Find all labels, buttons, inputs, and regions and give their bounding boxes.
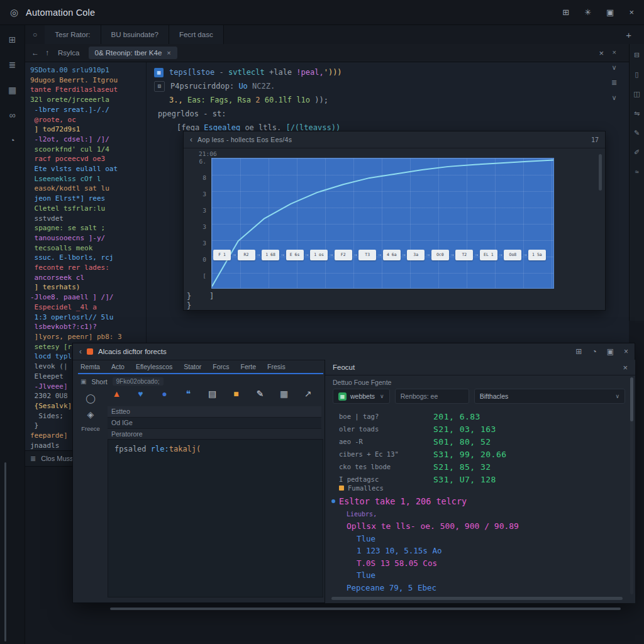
chevron-down-icon[interactable]: ∨ bbox=[612, 64, 617, 71]
document-icon[interactable]: ▤ bbox=[205, 386, 219, 401]
timeline-node[interactable]: 1 5a bbox=[528, 250, 546, 260]
link-icon[interactable]: ∞ bbox=[9, 111, 16, 119]
arrow-icon bbox=[231, 252, 236, 257]
sidebar-code-line: Lseeneklss cOf l bbox=[30, 174, 141, 184]
subrow-value[interactable]: 9Fko02obcado; bbox=[113, 377, 164, 386]
menu-item[interactable]: Ferte bbox=[241, 363, 257, 370]
back-icon[interactable]: ← bbox=[31, 49, 39, 57]
grid-icon[interactable]: ⊞ bbox=[9, 35, 16, 44]
chevron-down-icon[interactable]: ∨ bbox=[612, 94, 617, 101]
sidebar-code-line: Cletel tsfrlar:lu bbox=[30, 204, 141, 214]
new-tab-button[interactable]: + bbox=[626, 30, 631, 40]
chat-icon[interactable]: ❝ bbox=[181, 386, 196, 401]
close-icon[interactable]: × bbox=[612, 49, 616, 56]
timeline-node[interactable]: F 1 bbox=[213, 250, 231, 260]
menu-item[interactable]: Efleylesscos bbox=[136, 363, 172, 370]
dataset-select[interactable]: webbets ∨ bbox=[333, 389, 390, 404]
sparkle-icon[interactable]: ✳ bbox=[584, 8, 591, 16]
history-icon[interactable]: ◔ bbox=[9, 136, 14, 145]
pen-icon[interactable]: ✐ bbox=[634, 149, 640, 156]
back-chevron-icon[interactable]: ‹ bbox=[79, 348, 82, 355]
grid-icon[interactable]: ⊞ bbox=[562, 8, 569, 16]
close-icon[interactable]: × bbox=[624, 348, 628, 355]
swap-icon[interactable]: ⇋ bbox=[634, 110, 640, 117]
breadcrumb[interactable]: Rsylca bbox=[58, 49, 80, 57]
back-chevron-icon[interactable]: ‹ bbox=[190, 136, 192, 143]
tab[interactable]: BU bsuindate? bbox=[101, 25, 169, 44]
close-icon[interactable]: × bbox=[599, 49, 604, 57]
results-hscrollbar[interactable] bbox=[331, 597, 623, 600]
list-row[interactable]: Od IGe bbox=[108, 418, 321, 429]
bottom-scrollbar[interactable] bbox=[110, 608, 621, 610]
close-icon[interactable]: × bbox=[629, 8, 634, 16]
output-line: Esltor take 1, 206 telcry bbox=[339, 496, 620, 508]
share-icon[interactable]: ↗ bbox=[301, 386, 315, 401]
timeline-node[interactable]: Oc0 bbox=[431, 250, 449, 260]
metric-row: I pedtagsc S31, U7, 128 bbox=[339, 473, 610, 486]
timeline-node[interactable]: 3a bbox=[407, 250, 425, 260]
y-axis-tick: 0 bbox=[190, 256, 206, 272]
tab[interactable]: Tesr Rator: bbox=[45, 25, 101, 44]
arrow-icon bbox=[280, 252, 285, 257]
table-icon[interactable]: ▦ bbox=[8, 86, 16, 94]
heart-icon[interactable]: ♥ bbox=[133, 386, 148, 401]
panel-icon[interactable]: ⊟ bbox=[634, 52, 640, 58]
timeline-node[interactable]: T2 bbox=[455, 250, 473, 260]
menu-item[interactable]: Forcs bbox=[213, 363, 229, 370]
category-select[interactable]: Bifthacles ∨ bbox=[474, 389, 625, 404]
menu-item[interactable]: Remta bbox=[80, 363, 100, 370]
printer-icon[interactable]: ▦ bbox=[277, 386, 291, 401]
menu-item[interactable]: Acto bbox=[111, 363, 125, 370]
left-scrollbar[interactable] bbox=[4, 462, 6, 641]
arrow-icon bbox=[401, 252, 406, 257]
chart-scrollbar[interactable] bbox=[599, 154, 602, 191]
close-icon[interactable]: × bbox=[167, 50, 170, 57]
panel-icon[interactable]: ▣ bbox=[607, 348, 614, 355]
grid-icon[interactable]: ⊞ bbox=[575, 348, 582, 355]
results-vscrollbar-thumb[interactable] bbox=[630, 377, 633, 421]
record-icon[interactable]: ◯ bbox=[86, 394, 96, 402]
tab-list: Tesr Rator:BU bsuindate?Fecrt dasc bbox=[45, 25, 223, 44]
timeline-node[interactable]: E 6s bbox=[286, 250, 304, 260]
wave-icon[interactable]: ≈ bbox=[635, 169, 638, 175]
close-icon[interactable]: × bbox=[623, 364, 628, 372]
timeline-node[interactable]: 4 6a bbox=[383, 250, 401, 260]
panel-icon[interactable]: ▣ bbox=[606, 8, 614, 16]
menu-item[interactable]: Stator bbox=[184, 363, 201, 370]
timeline-node[interactable]: Oo8 bbox=[504, 250, 521, 260]
globe-icon[interactable]: ● bbox=[157, 386, 172, 401]
results-vscrollbar[interactable] bbox=[630, 377, 633, 594]
folder-icon[interactable]: ■ bbox=[229, 386, 243, 401]
timeline-node-item: E 6s bbox=[286, 250, 310, 260]
editor[interactable]: teps[lstoe - svtleclt +lale !peal,'))) P… bbox=[146, 62, 629, 343]
lock-icon[interactable]: ▯ bbox=[635, 71, 638, 78]
timeline-node[interactable]: 1 os bbox=[310, 250, 328, 260]
timeline-node[interactable]: EL 1 bbox=[480, 250, 497, 260]
split-icon[interactable]: ◫ bbox=[633, 91, 640, 97]
timeline-node[interactable]: T3 bbox=[358, 250, 376, 260]
filter-input[interactable]: Renbogs: ee bbox=[395, 389, 469, 404]
clock-icon[interactable]: ◔ bbox=[592, 348, 596, 355]
sidebar-code-line: ssuc. E-lborls, rcj bbox=[30, 253, 141, 263]
arrow-icon bbox=[474, 252, 479, 257]
tab[interactable]: Fecrt dasc bbox=[169, 25, 224, 44]
tool-code-area[interactable]: fpsaled rle:takalj( bbox=[108, 439, 323, 597]
subrow-label: Short bbox=[91, 378, 107, 386]
pencil-icon[interactable]: ✎ bbox=[634, 130, 640, 136]
metric-label: oler toads bbox=[339, 425, 433, 433]
list-icon[interactable]: ≣ bbox=[9, 60, 16, 69]
timeline-node[interactable]: R2 bbox=[238, 250, 255, 260]
menu-icon[interactable]: ≣ bbox=[611, 79, 617, 86]
up-icon[interactable]: ↑ bbox=[45, 49, 49, 57]
timeline-nodes: F 1R21 68E 6s1 osF2T34 6a3aOc0T2EL 1Oo81… bbox=[213, 248, 552, 262]
output-line: T.0S 13 58.05 Cos bbox=[357, 557, 620, 570]
active-editor-tab[interactable]: 0& Rteonip: tber K4e × bbox=[89, 47, 177, 59]
timeline-node[interactable]: 1 68 bbox=[262, 250, 279, 260]
pencil-icon[interactable]: ✎ bbox=[253, 386, 267, 401]
list-row[interactable]: Estteo bbox=[108, 406, 321, 418]
timeline-node[interactable]: F2 bbox=[335, 250, 352, 260]
menu-item[interactable]: Fresis bbox=[267, 363, 286, 370]
circle-icon[interactable]: ○ bbox=[33, 31, 37, 38]
target-icon[interactable]: ◈ bbox=[87, 410, 94, 419]
gitlab-icon[interactable]: ▲ bbox=[109, 386, 124, 401]
